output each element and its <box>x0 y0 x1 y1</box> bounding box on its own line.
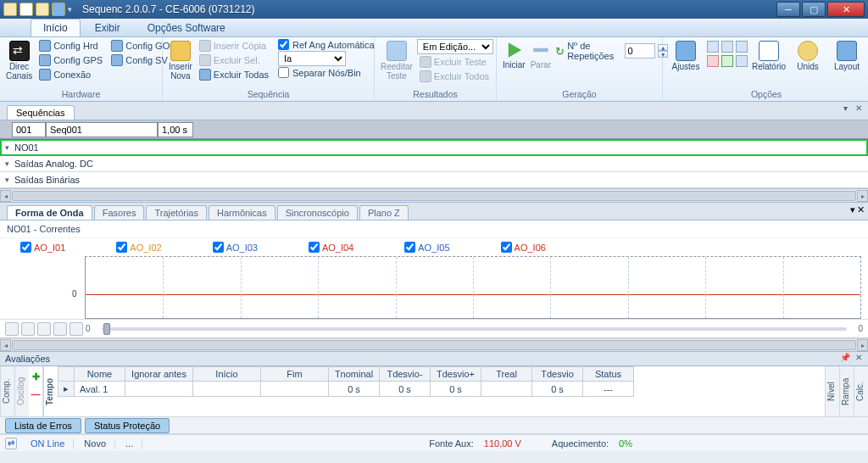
seq-name-input[interactable] <box>46 122 158 137</box>
qat-new-icon[interactable] <box>19 3 33 16</box>
excluir-teste-button[interactable]: Excluir Teste <box>417 55 493 69</box>
chan-ao-i05-checkbox[interactable] <box>404 242 415 253</box>
opt4-icon[interactable] <box>707 55 719 67</box>
sequencias-tab[interactable]: Sequências <box>7 105 75 120</box>
add-row-button[interactable]: ✚ <box>32 371 40 382</box>
sidetab-tempo[interactable]: Tempo <box>43 366 58 416</box>
accordion-no01[interactable]: ▾NO01 <box>0 139 868 156</box>
chan-ao-i01-checkbox[interactable] <box>20 242 31 253</box>
tab-lista-erros[interactable]: Lista de Erros <box>5 418 81 433</box>
seq-duration-input[interactable] <box>158 122 193 137</box>
sidetab-oscilog[interactable]: Oscilog <box>14 366 29 416</box>
seq-index-input[interactable] <box>12 122 46 137</box>
seq-hscroll[interactable]: ◂▸ <box>0 188 868 202</box>
opt1-icon[interactable] <box>707 41 719 53</box>
group-resultados-label: Resultados <box>380 89 491 101</box>
chan-ao-i06-checkbox[interactable] <box>501 242 512 253</box>
cursor-tool-5[interactable] <box>70 322 83 336</box>
tab-opcoes-software[interactable]: Opções Software <box>135 19 238 36</box>
sidetab-comp[interactable]: Comp. <box>0 366 14 416</box>
aquecimento-value: 0% <box>619 438 632 449</box>
time-slider[interactable] <box>102 327 848 331</box>
tab-harmonicas[interactable]: Harmônicas <box>209 205 275 220</box>
ajustes-icon <box>676 41 696 61</box>
tab-fasores[interactable]: Fasores <box>94 205 145 220</box>
config-goose-icon <box>111 40 123 52</box>
tab-status-protecao[interactable]: Status Proteção <box>85 418 170 433</box>
cursor-tool-1[interactable] <box>5 322 19 336</box>
ajustes-button[interactable]: Ajustes <box>668 39 704 73</box>
relatorio-button[interactable]: Relatório <box>751 39 787 73</box>
config-gps-button[interactable]: Config GPS <box>36 53 105 67</box>
remove-row-button[interactable]: — <box>31 389 41 399</box>
window-minimize-button[interactable]: ─ <box>776 2 800 17</box>
accordion-saidas-analog[interactable]: ▾Saídas Analog. DC <box>0 156 868 172</box>
wave-dropdown-button[interactable]: ▾ <box>850 204 855 215</box>
seqpanel-dropdown-button[interactable]: ▾ <box>839 103 851 115</box>
wave-hscroll[interactable]: ◂▸ <box>0 337 868 351</box>
aquecimento-label: Aquecimento: <box>552 438 609 449</box>
conexao-button[interactable]: Conexão <box>36 68 105 81</box>
chan-ao-i04-checkbox[interactable] <box>309 242 320 253</box>
sidetab-calc[interactable]: Calc. <box>854 366 868 416</box>
layout-button[interactable]: Layout <box>829 39 865 73</box>
table-row[interactable]: ▸ Aval. 1 0 s 0 s 0 s 0 s --- <box>58 382 634 397</box>
reeditar-teste-button[interactable]: Reeditar Teste <box>380 39 414 82</box>
separar-nos-checkbox[interactable] <box>278 67 289 78</box>
n-repeticoes-input[interactable]: 0 <box>625 43 656 59</box>
group-sequencia-label: Sequência <box>168 89 369 101</box>
opt5-icon[interactable] <box>721 55 733 67</box>
layout-icon <box>837 41 857 61</box>
em-edicao-select[interactable]: Em Edição... <box>417 39 493 54</box>
ref-ang-auto-checkbox[interactable] <box>278 39 289 50</box>
reeditar-teste-icon <box>387 41 407 61</box>
relatorio-icon <box>759 41 779 61</box>
wave-close-button[interactable]: ✕ <box>857 204 865 215</box>
sidetab-nivel[interactable]: Nível <box>825 366 839 416</box>
aval-pin-button[interactable]: 📌 <box>839 353 851 365</box>
config-hrd-button[interactable]: Config Hrd <box>36 39 105 53</box>
seqpanel-close-button[interactable]: ✕ <box>853 103 865 115</box>
unids-button[interactable]: Unids <box>790 39 826 73</box>
parar-button[interactable]: Parar <box>530 39 552 71</box>
excluir-todos-button[interactable]: Excluir Todos <box>417 70 493 83</box>
opt6-icon[interactable] <box>736 55 748 67</box>
direc-canais-icon <box>9 41 30 61</box>
cursor-tool-4[interactable] <box>53 322 67 336</box>
tab-trajetorias[interactable]: Trajetórias <box>146 205 207 220</box>
inserir-nova-button[interactable]: Inserir Nova <box>168 39 193 82</box>
tab-exibir[interactable]: Exibir <box>82 19 133 36</box>
cursor-tool-2[interactable] <box>21 322 35 336</box>
excluir-todas-button[interactable]: Excluir Todas <box>197 68 271 81</box>
status-online: ON Line <box>31 438 74 449</box>
qat-save-icon[interactable] <box>52 3 65 16</box>
status-novo: Novo <box>84 438 115 449</box>
inserir-copia-button[interactable]: Inserir Cópia <box>197 39 271 53</box>
opt2-icon[interactable] <box>721 41 733 53</box>
window-maximize-button[interactable]: ▢ <box>802 2 826 17</box>
tab-plano-z[interactable]: Plano Z <box>359 205 409 220</box>
config-hrd-icon <box>39 40 51 52</box>
inserir-copia-icon <box>199 40 211 52</box>
sidetab-rampa[interactable]: Rampa <box>839 366 854 416</box>
time-zero-left: 0 <box>86 324 91 333</box>
accordion-saidas-bin[interactable]: ▾Saídas Binárias <box>0 172 868 188</box>
cursor-tool-3[interactable] <box>37 322 51 336</box>
iniciar-button[interactable]: Iniciar <box>502 39 526 71</box>
qat-open-icon[interactable] <box>36 3 49 16</box>
tab-sincronoscopio[interactable]: Sincronoscópio <box>277 205 358 220</box>
window-close-button[interactable]: ✕ <box>827 2 865 17</box>
inserir-nova-icon <box>170 41 191 61</box>
aval-close-button[interactable]: ✕ <box>853 353 865 365</box>
chan-ao-i02-checkbox[interactable] <box>116 242 127 253</box>
opt3-icon[interactable] <box>736 41 748 53</box>
unids-icon <box>798 41 818 61</box>
ref-ang-select[interactable]: Ia <box>278 51 346 66</box>
chan-ao-i03-checkbox[interactable] <box>213 242 224 253</box>
excluir-sel-button[interactable]: Excluir Sel. <box>197 53 271 67</box>
chevron-down-icon: ▾ <box>5 143 9 152</box>
tab-inicio[interactable]: Início <box>31 19 81 36</box>
fonte-aux-value: 110,00 V <box>484 438 521 449</box>
tab-forma-de-onda[interactable]: Forma de Onda <box>7 205 92 220</box>
direc-canais-button[interactable]: Direc Canais <box>5 39 33 82</box>
